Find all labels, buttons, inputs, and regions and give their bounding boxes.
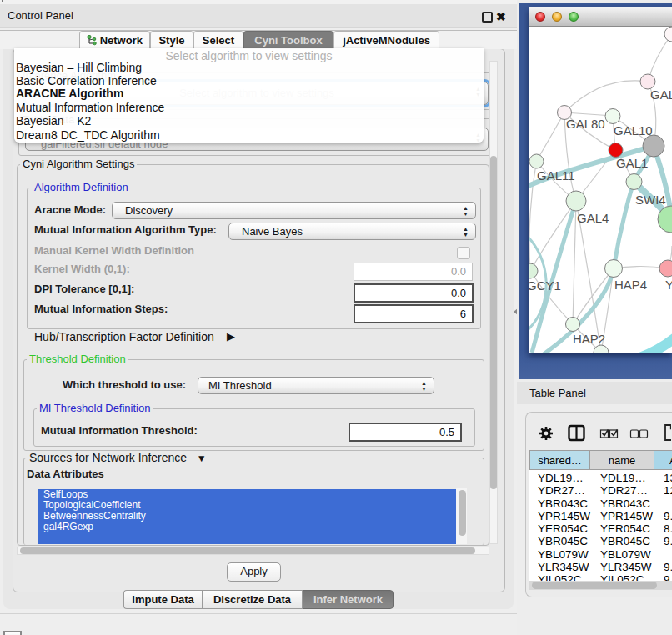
- svg-text:HAP2: HAP2: [573, 332, 605, 346]
- svg-text:YDR...: YDR...: [665, 278, 672, 292]
- svg-text:GAL4: GAL4: [577, 211, 609, 225]
- svg-text:GAL80: GAL80: [566, 117, 605, 131]
- svg-text:GCY1: GCY1: [529, 278, 561, 292]
- svg-text:GAL10: GAL10: [614, 123, 653, 138]
- svg-text:HAP4: HAP4: [614, 278, 647, 292]
- svg-text:GAL11: GAL11: [537, 168, 575, 182]
- svg-text:GAL1: GAL1: [616, 156, 648, 170]
- svg-text:GAL7: GAL7: [650, 88, 672, 102]
- svg-text:SWI4: SWI4: [635, 192, 666, 207]
